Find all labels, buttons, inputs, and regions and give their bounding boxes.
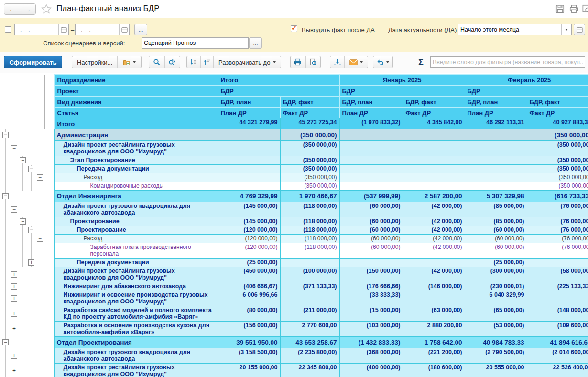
header-plan[interactable]: БДР, план	[218, 97, 280, 108]
value-cell[interactable]	[280, 259, 339, 267]
header-project[interactable]: Проект	[54, 86, 218, 97]
row-label[interactable]: Передача документации	[54, 165, 218, 173]
value-cell[interactable]: 22 526 400,00	[527, 364, 588, 377]
value-cell[interactable]: (80 000,00)	[218, 306, 280, 322]
value-cell[interactable]: (120 000,00)	[218, 243, 280, 259]
value-cell[interactable]	[527, 259, 588, 267]
value-cell[interactable]: (1 432 833,33)	[339, 337, 403, 348]
value-cell[interactable]: (118 000,00)	[280, 226, 339, 235]
expand-toggle[interactable]: +	[11, 271, 17, 278]
header-movement[interactable]: Вид движения	[54, 97, 218, 108]
calendar-icon[interactable]	[119, 24, 129, 35]
value-cell[interactable]: (145 000,00)	[218, 202, 280, 217]
value-cell[interactable]: (537 999,99)	[339, 191, 403, 202]
collapse-toggle[interactable]: −	[2, 132, 9, 138]
actuality-date-input[interactable]	[458, 24, 561, 35]
value-cell[interactable]: (76 000,00)	[527, 226, 588, 235]
row-label[interactable]: Инжиниринг для абаканского автозавода	[54, 282, 218, 291]
value-cell[interactable]: (145 000,00)	[218, 217, 280, 226]
value-cell[interactable]: (2 235 800,00)	[280, 348, 339, 364]
value-cell[interactable]: (42 000,00)	[403, 267, 465, 282]
header-fact[interactable]: БДР, факт	[403, 97, 465, 108]
value-cell[interactable]: 2 587 200,00	[403, 191, 465, 202]
value-cell[interactable]	[218, 141, 280, 156]
value-cell[interactable]: (58 000,00)	[527, 267, 588, 282]
row-label[interactable]: Дизайн проект рестайлинга грузовых квадр…	[54, 364, 218, 377]
value-cell[interactable]	[280, 291, 339, 306]
value-cell[interactable]	[403, 165, 465, 173]
value-cell[interactable]: 43 653 258,67	[280, 337, 339, 348]
settings-button[interactable]: Настройки...	[72, 56, 117, 68]
row-label[interactable]: Дизайн проект рестайлинга грузовых квадр…	[54, 267, 218, 282]
value-cell[interactable]: (60 000,00)	[339, 243, 403, 259]
value-cell[interactable]: 4 769 329,99	[218, 191, 280, 202]
quick-filter-input[interactable]	[431, 57, 585, 67]
collapse-toggle[interactable]: −	[20, 157, 26, 163]
row-label[interactable]: Заработная плата производственного персо…	[54, 243, 218, 259]
value-cell[interactable]: (350 000,00)	[527, 165, 588, 173]
grand-total-value[interactable]: 4 345 842,00	[403, 118, 465, 129]
value-cell[interactable]: (148 000,00)	[527, 306, 588, 322]
header-division[interactable]: Подразделение	[54, 75, 218, 86]
value-cell[interactable]	[339, 259, 403, 267]
value-cell[interactable]: (450 000,00)	[218, 267, 280, 282]
value-cell[interactable]: 20 555 000,00	[465, 364, 527, 377]
header-fact[interactable]: БДР, факт	[280, 97, 339, 108]
row-label[interactable]: Расход	[54, 173, 218, 182]
value-cell[interactable]: (350 000,00)	[280, 173, 339, 182]
row-label[interactable]: Разработка и освоение производства кузов…	[54, 322, 218, 337]
row-label[interactable]: Командировочные расходы	[54, 182, 218, 191]
grand-total-value[interactable]: 46 292 113,31	[465, 118, 527, 129]
value-cell[interactable]: (176 666,66)	[339, 282, 403, 291]
date-from-input[interactable]	[15, 24, 58, 35]
value-cell[interactable]: (120 000,00)	[218, 235, 280, 243]
save-icon[interactable]	[555, 4, 565, 13]
value-cell[interactable]: (76 000,00)	[527, 235, 588, 243]
value-cell[interactable]	[403, 173, 465, 182]
value-cell[interactable]	[339, 129, 403, 141]
period-checkbox[interactable]	[5, 26, 11, 33]
value-cell[interactable]: (221 200,00)	[403, 348, 465, 364]
value-cell[interactable]: 22 345 800,00	[280, 364, 339, 377]
header-plan[interactable]: БДР, план	[465, 97, 527, 108]
value-cell[interactable]	[527, 291, 588, 306]
preview-icon[interactable]	[582, 4, 588, 13]
value-cell[interactable]	[403, 259, 465, 267]
value-cell[interactable]: (42 000,00)	[403, 243, 465, 259]
value-cell[interactable]: 40 984 783,33	[465, 337, 527, 348]
row-label[interactable]: Разработка cas/cad моделей и полного ком…	[54, 306, 218, 322]
grand-total-value[interactable]: 45 273 725,34	[280, 118, 339, 129]
value-cell[interactable]: (350 000,00)	[280, 141, 339, 156]
header-plan-dr[interactable]: План ДР	[339, 108, 403, 118]
value-cell[interactable]: (33 333,33)	[339, 291, 403, 306]
value-cell[interactable]	[339, 165, 403, 173]
send-email-button[interactable]	[344, 56, 368, 68]
collapse-toggle[interactable]: −	[28, 227, 34, 233]
value-cell[interactable]: (118 000,00)	[280, 202, 339, 217]
value-cell[interactable]	[465, 165, 527, 173]
header-plan[interactable]: БДР, план	[339, 97, 403, 108]
forward-arrow-icon[interactable]: →	[20, 4, 35, 14]
value-cell[interactable]: 39 551 950,00	[218, 337, 280, 348]
value-cell[interactable]	[218, 129, 280, 141]
header-bdr[interactable]: БДР	[218, 86, 339, 97]
value-cell[interactable]: (350 000,00)	[280, 182, 339, 191]
row-label[interactable]: Инжиниринг и освоение производства грузо…	[54, 291, 218, 306]
calendar-icon[interactable]	[58, 24, 68, 35]
header-fact-dr[interactable]: Факт ДР	[280, 108, 339, 118]
value-cell[interactable]: 5 307 329,98	[465, 191, 527, 202]
print-icon[interactable]	[569, 4, 578, 13]
value-cell[interactable]: (65 000,00)	[465, 306, 527, 322]
header-month-january[interactable]: Январь 2025	[339, 75, 465, 86]
expand-toggle[interactable]: +	[11, 283, 17, 290]
header-article[interactable]: Статья	[54, 108, 218, 118]
value-cell[interactable]	[465, 156, 527, 165]
row-label[interactable]: Отдел Инжиниринга	[54, 191, 218, 202]
expand-toggle[interactable]: +	[11, 326, 17, 332]
value-cell[interactable]: (85 000,00)	[465, 202, 527, 217]
collapse-toggle[interactable]: −	[37, 236, 43, 242]
value-cell[interactable]: 20 155 000,00	[218, 364, 280, 377]
value-cell[interactable]: (350 000,00)	[527, 129, 588, 141]
row-label[interactable]: Дизайн проект грузового квадроцикла для …	[54, 202, 218, 217]
value-cell[interactable]: (42 000,00)	[403, 202, 465, 217]
